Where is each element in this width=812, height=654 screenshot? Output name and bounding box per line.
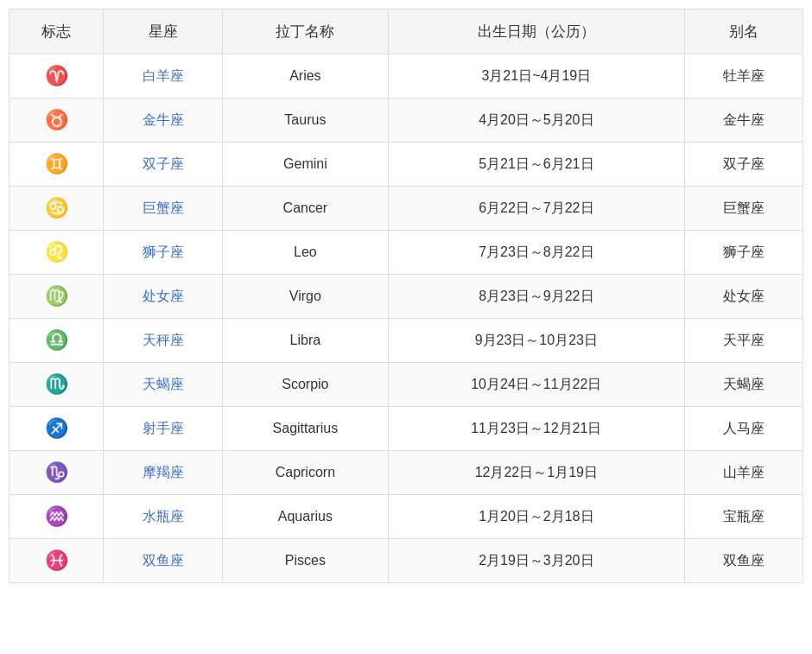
zodiac-latin: Pisces xyxy=(222,539,388,583)
zodiac-date: 5月21日～6月21日 xyxy=(388,143,684,187)
zodiac-name[interactable]: 双鱼座 xyxy=(104,539,222,583)
zodiac-name[interactable]: 水瓶座 xyxy=(104,495,222,539)
zodiac-alias: 双子座 xyxy=(684,143,802,187)
zodiac-alias: 天蝎座 xyxy=(684,363,802,407)
zodiac-name[interactable]: 天秤座 xyxy=(104,319,222,363)
zodiac-date: 2月19日～3月20日 xyxy=(388,539,684,583)
zodiac-date: 12月22日～1月19日 xyxy=(388,451,684,495)
zodiac-alias: 狮子座 xyxy=(684,231,802,275)
table-row: ♌狮子座Leo7月23日～8月22日狮子座 xyxy=(10,231,803,275)
zodiac-latin: Libra xyxy=(222,319,388,363)
zodiac-alias: 山羊座 xyxy=(684,451,802,495)
table-row: ♐射手座Sagittarius11月23日～12月21日人马座 xyxy=(10,407,803,451)
zodiac-date: 9月23日～10月23日 xyxy=(388,319,684,363)
zodiac-alias: 牡羊座 xyxy=(684,54,802,98)
col-header-alias: 别名 xyxy=(684,10,802,54)
zodiac-symbol: ♊ xyxy=(10,143,104,187)
zodiac-date: 1月20日～2月18日 xyxy=(388,495,684,539)
table-header-row: 标志 星座 拉丁名称 出生日期（公历） 别名 xyxy=(10,10,803,54)
zodiac-date: 7月23日～8月22日 xyxy=(388,231,684,275)
zodiac-table: 标志 星座 拉丁名称 出生日期（公历） 别名 ♈白羊座Aries3月21日~4月… xyxy=(9,9,803,583)
zodiac-latin: Leo xyxy=(222,231,388,275)
table-row: ♑摩羯座Capricorn12月22日～1月19日山羊座 xyxy=(10,451,803,495)
zodiac-alias: 双鱼座 xyxy=(684,539,802,583)
zodiac-date: 8月23日～9月22日 xyxy=(388,275,684,319)
zodiac-date: 6月22日～7月22日 xyxy=(388,187,684,231)
table-row: ♉金牛座Taurus4月20日～5月20日金牛座 xyxy=(10,98,803,143)
zodiac-name[interactable]: 双子座 xyxy=(104,143,222,187)
zodiac-alias: 宝瓶座 xyxy=(684,495,802,539)
zodiac-latin: Gemini xyxy=(222,143,388,187)
zodiac-table-container: 标志 星座 拉丁名称 出生日期（公历） 别名 ♈白羊座Aries3月21日~4月… xyxy=(9,9,803,583)
zodiac-latin: Cancer xyxy=(222,187,388,231)
table-row: ♈白羊座Aries3月21日~4月19日牡羊座 xyxy=(10,54,803,98)
zodiac-latin: Capricorn xyxy=(222,451,388,495)
zodiac-alias: 天平座 xyxy=(684,319,802,363)
table-row: ♓双鱼座Pisces2月19日～3月20日双鱼座 xyxy=(10,539,803,583)
zodiac-symbol: ♐ xyxy=(10,407,104,451)
zodiac-latin: Scorpio xyxy=(222,363,388,407)
table-row: ♋巨蟹座Cancer6月22日～7月22日巨蟹座 xyxy=(10,187,803,231)
zodiac-date: 10月24日～11月22日 xyxy=(388,363,684,407)
zodiac-date: 3月21日~4月19日 xyxy=(388,54,684,98)
zodiac-symbol: ♉ xyxy=(10,98,104,143)
zodiac-latin: Aries xyxy=(222,54,388,98)
zodiac-name[interactable]: 摩羯座 xyxy=(104,451,222,495)
zodiac-latin: Taurus xyxy=(222,98,388,143)
zodiac-latin: Virgo xyxy=(222,275,388,319)
table-row: ♍处女座Virgo8月23日～9月22日处女座 xyxy=(10,275,803,319)
zodiac-date: 11月23日～12月21日 xyxy=(388,407,684,451)
zodiac-symbol: ♑ xyxy=(10,451,104,495)
table-row: ♏天蝎座Scorpio10月24日～11月22日天蝎座 xyxy=(10,363,803,407)
zodiac-latin: Aquarius xyxy=(222,495,388,539)
col-header-symbol: 标志 xyxy=(10,10,104,54)
zodiac-name[interactable]: 处女座 xyxy=(104,275,222,319)
zodiac-name[interactable]: 巨蟹座 xyxy=(104,187,222,231)
zodiac-name[interactable]: 狮子座 xyxy=(104,231,222,275)
zodiac-symbol: ♋ xyxy=(10,187,104,231)
zodiac-alias: 巨蟹座 xyxy=(684,187,802,231)
zodiac-symbol: ♍ xyxy=(10,275,104,319)
zodiac-alias: 人马座 xyxy=(684,407,802,451)
zodiac-symbol: ♈ xyxy=(10,54,104,98)
zodiac-date: 4月20日～5月20日 xyxy=(388,98,684,143)
zodiac-symbol: ♓ xyxy=(10,539,104,583)
zodiac-symbol: ♎ xyxy=(10,319,104,363)
col-header-date: 出生日期（公历） xyxy=(388,10,684,54)
zodiac-symbol: ♌ xyxy=(10,231,104,275)
table-row: ♊双子座Gemini5月21日～6月21日双子座 xyxy=(10,143,803,187)
zodiac-symbol: ♏ xyxy=(10,363,104,407)
zodiac-symbol: ♒ xyxy=(10,495,104,539)
table-row: ♎天秤座Libra9月23日～10月23日天平座 xyxy=(10,319,803,363)
zodiac-alias: 处女座 xyxy=(684,275,802,319)
zodiac-name[interactable]: 天蝎座 xyxy=(104,363,222,407)
zodiac-latin: Sagittarius xyxy=(222,407,388,451)
zodiac-name[interactable]: 射手座 xyxy=(104,407,222,451)
zodiac-name[interactable]: 白羊座 xyxy=(104,54,222,98)
col-header-latin: 拉丁名称 xyxy=(222,10,388,54)
zodiac-alias: 金牛座 xyxy=(684,98,802,143)
col-header-name: 星座 xyxy=(104,10,222,54)
table-row: ♒水瓶座Aquarius1月20日～2月18日宝瓶座 xyxy=(10,495,803,539)
zodiac-name[interactable]: 金牛座 xyxy=(104,98,222,143)
